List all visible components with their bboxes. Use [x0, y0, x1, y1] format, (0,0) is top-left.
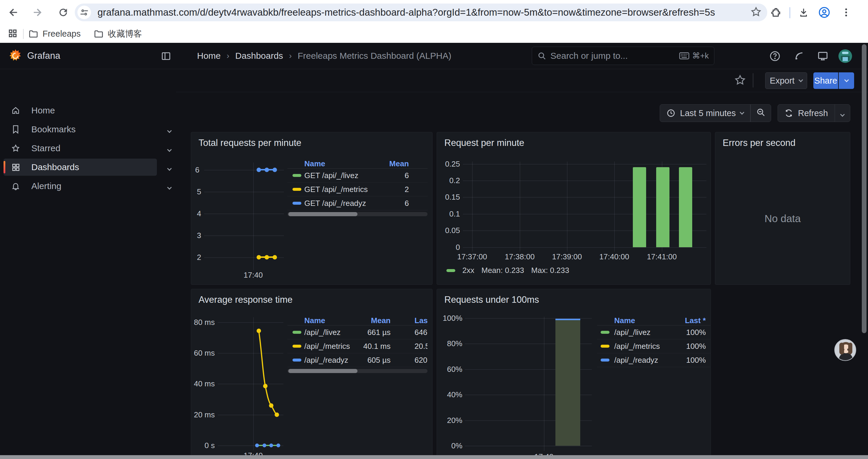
bookmarks-divider	[23, 29, 24, 39]
chevron-down-icon[interactable]	[168, 162, 171, 172]
legend-row[interactable]: /api/_/livez 100%	[597, 326, 711, 339]
sidebar-toggle-icon[interactable]	[161, 51, 171, 62]
help-icon[interactable]	[768, 49, 782, 63]
back-icon[interactable]	[6, 5, 21, 20]
sidebar-item-label: Alerting	[31, 181, 61, 191]
legend-row[interactable]: /api/_/metrics 40.1 ms 20.5 ms	[287, 339, 428, 353]
legend-col-name[interactable]: Name	[304, 316, 325, 325]
panel-total-requests[interactable]: Total requests per minute 6 5 4 3 2 17:4…	[191, 132, 433, 285]
keyboard-icon	[679, 52, 689, 60]
series-color-pill	[292, 345, 301, 348]
bookmark-folder-blogs[interactable]: 收藏博客	[94, 28, 142, 40]
legend-col-mean[interactable]: Mean	[390, 159, 409, 168]
panel-errors-per-second[interactable]: Errors per second No data	[715, 132, 850, 285]
active-indicator	[4, 161, 5, 173]
export-button[interactable]: Export	[765, 72, 807, 89]
legend-header: Name Mean Last *	[287, 316, 428, 326]
bar-2xx	[656, 167, 670, 247]
share-menu-button[interactable]	[839, 72, 854, 89]
chevron-down-icon[interactable]	[168, 143, 171, 153]
series-livez-line	[256, 445, 279, 446]
panel-requests-under-100ms[interactable]: Requests under 100ms 100% 80% 60% 40% 20…	[437, 289, 711, 459]
search-box[interactable]: ⌘+k	[532, 47, 714, 65]
display-icon[interactable]	[816, 49, 830, 63]
user-avatar[interactable]	[838, 49, 852, 63]
legend-col-name[interactable]: Name	[304, 159, 325, 168]
legend-row[interactable]: GET /api/_/readyz 6	[287, 196, 428, 210]
url-text[interactable]: grafana.mathmast.com/d/deytv4rwavabkb/fr…	[97, 7, 750, 18]
bell-icon	[11, 182, 20, 191]
favorite-star-icon[interactable]	[734, 74, 746, 88]
bookmark-label: 收藏博客	[108, 28, 142, 40]
extensions-icon[interactable]	[769, 5, 783, 20]
chevron-down-icon[interactable]	[168, 181, 171, 191]
bookmark-folder-freeleaps[interactable]: Freeleaps	[28, 29, 81, 39]
grafana-logo[interactable]	[8, 49, 23, 64]
sidebar-item-label: Starred	[31, 143, 60, 153]
legend-row[interactable]: /api/_/readyz 605 µs 620 µs	[287, 353, 428, 367]
legend-row[interactable]: /api/_/readyz 100%	[597, 353, 711, 367]
sidebar-item-starred[interactable]: Starred	[4, 140, 157, 157]
panel-title: Requests under 100ms	[444, 294, 539, 305]
sidebar-item-home[interactable]: Home	[4, 102, 157, 119]
legend-series[interactable]: 2xx	[462, 266, 474, 275]
actions-divider	[753, 73, 753, 88]
app-header: Grafana Home › Dashboards › Freeleaps Me…	[0, 43, 868, 69]
breadcrumb-home[interactable]: Home	[197, 51, 221, 61]
share-button[interactable]: Share	[813, 72, 838, 89]
assistant-avatar[interactable]	[834, 339, 856, 361]
site-settings-icon[interactable]	[78, 6, 91, 19]
sidebar-item-label: Home	[31, 105, 55, 116]
time-range-picker[interactable]: Last 5 minutes	[660, 108, 750, 118]
breadcrumb: Home › Dashboards › Freeleaps Metrics Da…	[197, 51, 452, 61]
downloads-icon[interactable]	[797, 5, 811, 20]
profile-icon[interactable]	[817, 5, 831, 20]
breadcrumb-current: Freeleaps Metrics Dashboard (ALPHA)	[298, 51, 451, 61]
search-input[interactable]	[550, 51, 679, 61]
apps-grid-icon[interactable]	[8, 28, 18, 40]
breadcrumb-dashboards[interactable]: Dashboards	[235, 51, 283, 61]
grafana-app: Grafana Home › Dashboards › Freeleaps Me…	[0, 43, 868, 459]
sidebar-item-label: Dashboards	[31, 162, 79, 172]
panel-legend: 2xx Mean: 0.233 Max: 0.233	[446, 266, 569, 275]
legend-col-name[interactable]: Name	[614, 316, 635, 325]
sidebar-item-bookmarks[interactable]: Bookmarks	[4, 121, 157, 138]
panel-request-per-minute[interactable]: Request per minute 0.25 0.2 0.15	[437, 132, 711, 285]
series-color-pill	[292, 331, 301, 334]
star-icon	[11, 144, 20, 153]
reload-icon[interactable]	[56, 5, 70, 20]
series-color-pill	[601, 345, 610, 348]
refresh-button[interactable]: Refresh	[778, 108, 835, 118]
legend-col-mean[interactable]: Mean	[371, 316, 391, 325]
forward-icon[interactable]	[30, 5, 44, 20]
panel-average-response-time[interactable]: Average response time 80 ms 60 ms 40 ms …	[191, 289, 433, 459]
horizontal-scrollbar[interactable]	[0, 455, 868, 459]
clock-icon	[666, 109, 675, 118]
bookmark-star-icon[interactable]	[750, 6, 762, 19]
legend-col-last[interactable]: Last *	[414, 316, 428, 325]
vertical-scrollbar[interactable]	[862, 44, 867, 333]
search-icon	[537, 52, 546, 60]
news-icon[interactable]	[793, 49, 806, 63]
legend-scrollbar[interactable]	[287, 369, 428, 373]
bar-2xx	[679, 167, 692, 247]
url-bar[interactable]: grafana.mathmast.com/d/deytv4rwavabkb/fr…	[75, 4, 767, 21]
legend-scrollbar[interactable]	[287, 212, 428, 216]
refresh-interval-button[interactable]	[835, 108, 850, 118]
zoom-out-button[interactable]	[751, 107, 771, 119]
legend-max: Max: 0.233	[531, 266, 569, 275]
legend-row[interactable]: /api/_/livez 661 µs 646 µs	[287, 326, 428, 339]
bookmarks-bar: Freeleaps 收藏博客	[0, 25, 868, 43]
legend-col-last[interactable]: Last *	[685, 316, 706, 325]
legend-row[interactable]: GET /api/_/livez 6	[287, 169, 428, 183]
sidebar-item-label: Bookmarks	[31, 124, 75, 134]
browser-menu-icon[interactable]	[839, 5, 853, 20]
chevron-down-icon[interactable]	[168, 124, 171, 134]
dashboards-icon	[11, 163, 20, 172]
sidebar-item-alerting[interactable]: Alerting	[4, 177, 157, 195]
legend-row[interactable]: GET /api/_/metrics 2	[287, 183, 428, 196]
dashboard-main: Export Share Last 5 minutes	[176, 69, 868, 459]
chevron-down-icon	[844, 78, 849, 83]
legend-row[interactable]: /api/_/metrics 100%	[597, 339, 711, 353]
sidebar-item-dashboards[interactable]: Dashboards	[4, 159, 157, 176]
